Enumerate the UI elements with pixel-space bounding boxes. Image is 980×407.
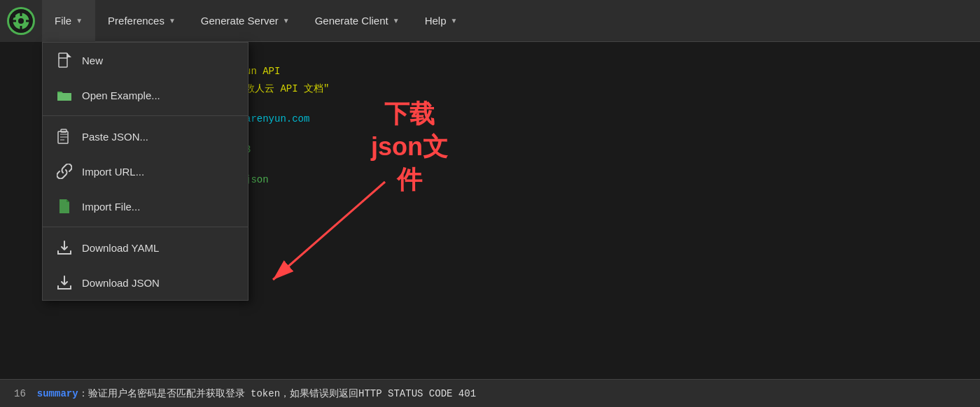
paste-json-menu-item[interactable]: Paste JSON... <box>43 119 248 154</box>
import-url-label: Import URL... <box>82 166 144 178</box>
download-yaml-icon <box>57 240 72 255</box>
annotation-text: 下载 json文 件 <box>371 98 448 196</box>
open-example-label: Open Example... <box>82 90 160 101</box>
file-icon <box>57 199 72 214</box>
divider-2 <box>43 227 248 227</box>
new-menu-item[interactable]: New <box>43 43 248 78</box>
file-dropdown: New Open Example... Paste JSON... <box>42 42 248 301</box>
status-description: 验证用户名密码是否匹配并获取登录 token，如果错误则返回HTTP STATU… <box>88 388 476 399</box>
download-json-icon <box>57 275 72 290</box>
import-url-menu-item[interactable]: Import URL... <box>43 154 248 189</box>
help-menu[interactable]: Help ▼ <box>412 0 470 42</box>
code-line-4: 3 <box>245 141 959 159</box>
preferences-menu-label: Preferences <box>108 15 164 27</box>
help-menu-caret: ▼ <box>450 17 457 24</box>
generate-client-label: Generate Client <box>315 15 388 27</box>
svg-marker-10 <box>67 53 71 57</box>
svg-rect-13 <box>61 129 66 132</box>
import-file-label: Import File... <box>82 201 140 213</box>
download-json-label: Download JSON <box>82 277 160 289</box>
status-keyword: summary <box>37 388 78 399</box>
generate-client-menu[interactable]: Generate Client ▼ <box>302 0 412 42</box>
download-yaml-menu-item[interactable]: Download YAML <box>43 230 248 265</box>
svg-point-2 <box>18 18 24 24</box>
svg-rect-16 <box>60 139 64 141</box>
divider-1 <box>43 115 248 116</box>
line-number: 16 <box>14 388 26 399</box>
link-icon <box>57 164 72 179</box>
status-content: summary：验证用户名密码是否匹配并获取登录 token，如果错误则返回HT… <box>37 387 476 400</box>
file-menu[interactable]: File ▼ <box>42 0 95 42</box>
preferences-menu-caret: ▼ <box>169 17 176 24</box>
code-line-1: un API <box>245 63 959 80</box>
svg-point-1 <box>12 12 30 30</box>
menubar: File ▼ Preferences ▼ Generate Server ▼ G… <box>0 0 980 42</box>
generate-server-menu[interactable]: Generate Server ▼ <box>188 0 302 42</box>
status-bar: 16 summary：验证用户名密码是否匹配并获取登录 token，如果错误则返… <box>0 379 980 407</box>
code-line-2: 数人云 API 文档" <box>245 80 959 98</box>
new-label: New <box>82 55 103 66</box>
download-yaml-label: Download YAML <box>82 242 159 254</box>
paste-json-label: Paste JSON... <box>82 131 148 143</box>
generate-server-caret: ▼ <box>283 17 290 24</box>
svg-rect-11 <box>57 93 71 101</box>
help-menu-label: Help <box>425 15 447 27</box>
file-menu-caret: ▼ <box>76 17 83 24</box>
code-line-5: json <box>245 171 959 189</box>
status-colon: ： <box>78 388 88 399</box>
folder-icon <box>57 87 72 103</box>
download-json-menu-item[interactable]: Download JSON <box>43 265 248 300</box>
import-file-menu-item[interactable]: Import File... <box>43 189 248 224</box>
app-logo <box>7 7 35 35</box>
document-icon <box>57 52 72 68</box>
svg-rect-7 <box>59 53 67 67</box>
annotation-container: 下载 json文 件 <box>371 98 448 196</box>
svg-line-18 <box>273 182 385 280</box>
logo <box>0 0 42 42</box>
code-line-3: arenyun.com <box>245 110 959 128</box>
file-menu-label: File <box>55 15 71 27</box>
generate-client-caret: ▼ <box>393 17 400 24</box>
svg-point-0 <box>8 8 34 34</box>
preferences-menu[interactable]: Preferences ▼ <box>95 0 188 42</box>
generate-server-label: Generate Server <box>201 15 279 27</box>
svg-rect-15 <box>60 136 67 138</box>
paste-icon <box>57 129 72 144</box>
open-example-menu-item[interactable]: Open Example... <box>43 78 248 113</box>
svg-rect-14 <box>60 134 67 135</box>
